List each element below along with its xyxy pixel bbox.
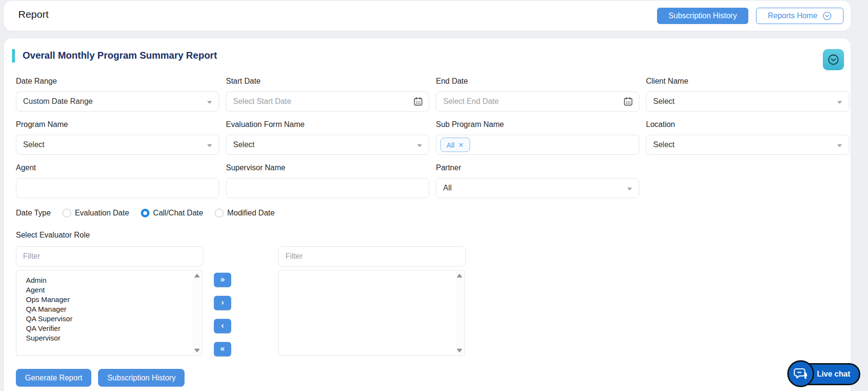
collapse-panel-button[interactable] [823,49,844,70]
selected-tag: All ✕ [440,138,470,152]
start-date-wrap [226,91,429,112]
partner-select[interactable]: All [436,178,639,198]
radio-icon [62,209,71,217]
partner-value: All [443,184,452,192]
start-date-label: Start Date [226,77,429,86]
caret-down-icon [207,144,212,147]
evaluation-form-name-field: Evaluation Form Name Select [226,120,429,155]
evaluator-role-option[interactable]: Supervisor [26,333,190,343]
report-title: Overall Monthly Program Summary Report [23,50,217,61]
end-date-input[interactable] [436,91,639,112]
end-date-wrap [436,91,639,112]
listbox-scrollbar[interactable] [193,272,201,354]
reports-home-button-label: Reports Home [768,12,817,20]
agent-field: Agent [16,164,219,198]
subscription-history-bottom-button[interactable]: Subscription History [98,369,185,387]
live-chat-label: Live chat [817,370,850,378]
client-name-select[interactable]: Select [646,91,849,112]
evaluator-role-dual-list: AdminAgentOps ManagerQA ManagerQA Superv… [16,246,840,356]
client-name-value: Select [653,97,674,106]
radio-icon [215,209,223,217]
chevron-down-circle-icon [827,53,840,66]
scroll-down-icon[interactable] [194,349,200,353]
caret-down-icon [837,101,842,104]
partner-label: Partner [436,164,639,172]
client-name-field: Client Name Select [646,77,849,112]
start-date-input[interactable] [226,91,429,112]
scroll-up-icon[interactable] [457,274,462,277]
radio-evaluation-date[interactable]: Evaluation Date [62,209,129,217]
end-date-field: End Date [436,77,639,112]
chat-bubble-icon [793,366,808,381]
move-left-button[interactable]: ‹ [214,319,231,333]
transfer-buttons: » › ‹ « [214,273,231,356]
available-roles-column: AdminAgentOps ManagerQA ManagerQA Superv… [16,246,203,356]
evaluator-role-option[interactable]: Admin [26,276,190,285]
date-range-field: Date Range Custom Date Range [16,77,219,112]
calendar-icon[interactable] [623,96,633,107]
evaluation-form-name-label: Evaluation Form Name [226,120,429,129]
panel-header: Overall Monthly Program Summary Report [12,49,840,63]
available-roles-filter-input[interactable] [16,246,203,266]
listbox-scrollbar[interactable] [455,272,463,354]
supervisor-name-input[interactable] [226,178,429,198]
live-chat-circle[interactable] [787,360,814,387]
date-range-value: Custom Date Range [23,97,93,106]
evaluator-role-option[interactable]: QA Verifier [26,324,190,333]
top-bar: Report Subscription History Reports Home [4,1,851,31]
start-date-field: Start Date [226,77,429,112]
move-right-button[interactable]: › [214,296,231,310]
evaluator-role-label: Select Evaluator Role [16,231,840,240]
report-panel: Overall Monthly Program Summary Report D… [4,38,851,391]
page-title: Report [18,9,49,20]
subscription-history-button-label: Subscription History [669,12,737,20]
date-type-label: Date Type [16,209,51,217]
sub-program-name-label: Sub Program Name [436,120,639,129]
available-roles-listbox[interactable]: AdminAgentOps ManagerQA ManagerQA Superv… [16,270,202,356]
radio-call-chat-date[interactable]: Call/Chat Date [141,209,203,217]
filter-row-2: Program Name Select Evaluation Form Name… [16,120,840,155]
accent-bar [12,49,15,63]
radio-modified-date-label: Modified Date [227,209,275,217]
selected-roles-listbox[interactable] [278,270,465,356]
move-all-right-button[interactable]: » [214,273,231,287]
program-name-select[interactable]: Select [16,135,219,155]
selected-tag-label: All [446,141,455,149]
supervisor-name-label: Supervisor Name [226,164,429,172]
program-name-label: Program Name [16,120,219,129]
evaluator-role-option[interactable]: Agent [26,285,190,295]
reports-home-button[interactable]: Reports Home [756,8,843,24]
supervisor-name-field: Supervisor Name [226,164,429,198]
subscription-history-button[interactable]: Subscription History [657,8,748,24]
selected-roles-column [278,246,466,356]
evaluation-form-name-select[interactable]: Select [226,135,429,155]
caret-down-icon [837,144,842,147]
remove-tag-icon[interactable]: ✕ [459,142,464,148]
radio-modified-date[interactable]: Modified Date [215,209,275,217]
selected-roles-filter-input[interactable] [278,246,466,266]
form-actions: Generate Report Subscription History [16,369,840,387]
evaluator-role-option[interactable]: QA Supervisor [26,314,190,324]
caret-down-icon [207,101,212,104]
client-name-label: Client Name [646,77,849,86]
agent-input[interactable] [16,178,219,198]
date-range-select[interactable]: Custom Date Range [16,91,219,112]
location-field: Location Select [646,120,849,155]
date-range-label: Date Range [16,77,219,86]
scroll-up-icon[interactable] [194,274,200,277]
end-date-label: End Date [436,77,639,86]
filter-row-3: Agent Supervisor Name Partner All [16,164,840,198]
sub-program-name-multiselect[interactable]: All ✕ [436,135,639,155]
agent-label: Agent [16,164,219,172]
scroll-down-icon[interactable] [457,349,462,353]
evaluator-role-option[interactable]: QA Manager [26,304,190,314]
program-name-value: Select [23,140,44,149]
generate-report-button[interactable]: Generate Report [16,369,91,387]
location-select[interactable]: Select [646,135,849,155]
calendar-icon[interactable] [413,96,423,107]
evaluator-role-option[interactable]: Ops Manager [26,295,190,304]
radio-call-chat-date-label: Call/Chat Date [153,209,203,217]
evaluation-form-name-value: Select [233,140,254,149]
partner-field: Partner All [436,164,639,198]
move-all-left-button[interactable]: « [214,342,231,356]
